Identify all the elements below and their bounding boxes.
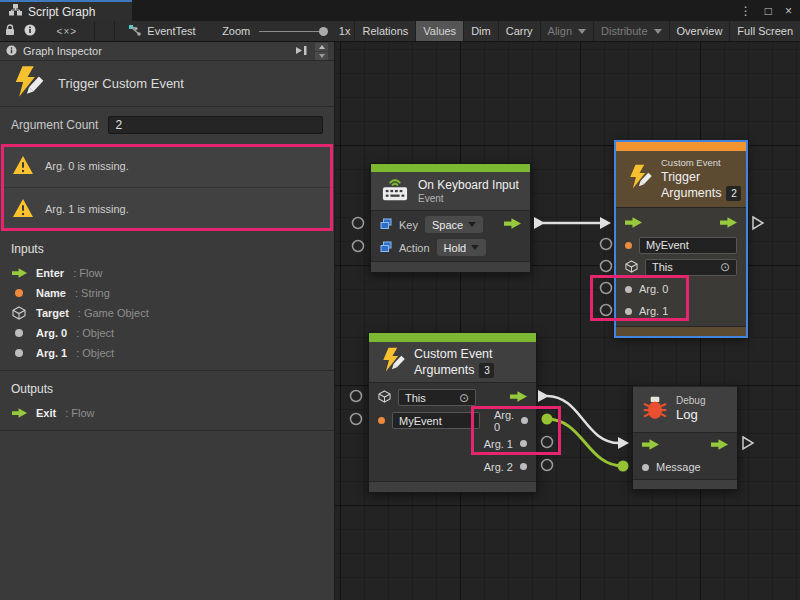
io-row-enter: Enter: Flow: [0, 263, 334, 283]
port[interactable]: [351, 414, 362, 425]
arguments-count-badge: 3: [479, 363, 494, 378]
event-color-bar: [371, 164, 530, 172]
arg-label: Arg. 0: [494, 409, 514, 433]
warnings-list: Arg. 0 is missing. Arg. 1 is missing.: [0, 145, 334, 231]
message-label: Message: [656, 461, 701, 473]
port[interactable]: [601, 261, 612, 272]
maximize-icon[interactable]: □: [765, 5, 772, 17]
wire-start-arrow: [534, 217, 545, 229]
port[interactable]: [353, 218, 364, 229]
toolbar-button-values[interactable]: Values: [415, 21, 463, 41]
cube-icon[interactable]: [378, 390, 391, 405]
node-footer: [616, 326, 746, 336]
flow-arrow-icon: [11, 268, 27, 278]
argument-count-input[interactable]: [108, 116, 323, 134]
chevron-down-icon: [654, 29, 662, 34]
scroll-spinner[interactable]: [315, 43, 328, 60]
dock-icon[interactable]: [295, 45, 309, 58]
target-field[interactable]: This ⊙: [398, 389, 476, 406]
toolbar-button-fullscreen[interactable]: Full Screen: [729, 21, 800, 41]
object-port-icon: [11, 349, 27, 357]
custom-event-trigger-icon: [9, 64, 45, 104]
object-port-icon[interactable]: [521, 417, 528, 424]
zoom-label: Zoom: [220, 21, 252, 41]
object-port-icon: [11, 329, 27, 337]
target-picker-icon[interactable]: ⊙: [459, 392, 469, 404]
port[interactable]: [601, 305, 612, 316]
port[interactable]: [351, 391, 362, 402]
graph-asset-breadcrumb[interactable]: EventTest: [121, 21, 202, 41]
custom-event-icon: [378, 346, 406, 378]
key-dropdown[interactable]: Space: [425, 216, 483, 233]
divider: [0, 430, 334, 431]
data-wire: [547, 419, 623, 466]
flow-output-port[interactable]: [510, 391, 527, 404]
node-debug-log[interactable]: Debug Log Message: [632, 385, 738, 490]
argument-count-row: Argument Count: [0, 107, 334, 142]
event-name-field[interactable]: MyEvent: [392, 412, 480, 429]
flow-input-port[interactable]: [642, 439, 659, 452]
arrow-up-icon: [319, 45, 325, 49]
toolbar-button-distribute[interactable]: Distribute: [593, 21, 668, 41]
port[interactable]: [353, 241, 364, 252]
node-kind: Debug: [676, 395, 705, 407]
object-port-icon[interactable]: [520, 463, 527, 470]
node-footer: [369, 481, 536, 492]
graph-name: EventTest: [147, 25, 195, 37]
port[interactable]: [601, 283, 612, 294]
string-port-icon[interactable]: [378, 417, 385, 424]
toolbar-button-carry[interactable]: Carry: [498, 21, 540, 41]
action-dropdown[interactable]: Hold: [437, 239, 487, 256]
connected-port[interactable]: [542, 414, 553, 425]
flow-input-port[interactable]: [625, 217, 642, 230]
object-port-icon[interactable]: [625, 286, 632, 293]
flow-output-port[interactable]: [711, 439, 728, 452]
flow-output-port[interactable]: [720, 217, 737, 230]
view-options-cluster: Relations Values Dim Carry Align Distrib…: [354, 21, 800, 41]
toolbar-button-overview[interactable]: Overview: [669, 21, 730, 41]
info-icon: [24, 24, 36, 38]
target-picker-icon[interactable]: ⊙: [720, 261, 730, 273]
graph-asset-icon: [128, 24, 141, 38]
flow-out-triangle[interactable]: [743, 437, 753, 449]
target-field[interactable]: This ⊙: [645, 259, 737, 276]
string-port-icon[interactable]: [625, 242, 632, 249]
toolbar-button-align[interactable]: Align: [540, 21, 593, 41]
chevron-down-icon: [471, 245, 479, 250]
inspector-toggle-button[interactable]: [20, 21, 40, 41]
io-row-exit: Exit: Flow: [0, 403, 334, 423]
flow-out-triangle[interactable]: [753, 217, 763, 229]
zoom-slider[interactable]: [259, 31, 328, 32]
object-port-icon[interactable]: [642, 464, 649, 471]
toolbar-button-dim[interactable]: Dim: [463, 21, 498, 41]
node-on-keyboard-input[interactable]: On Keyboard Input Event Key Space: [370, 163, 531, 273]
io-row-target: Target: Game Object: [0, 303, 334, 323]
panel-title: Graph Inspector: [23, 45, 102, 57]
close-icon[interactable]: ×: [785, 5, 792, 17]
warning-row: Arg. 1 is missing.: [0, 188, 334, 231]
toolbar-button-relations[interactable]: Relations: [354, 21, 415, 41]
window-menu-icon[interactable]: ⋮: [740, 5, 752, 17]
code-preview-button[interactable]: <×>: [50, 21, 85, 41]
warning-icon: [12, 155, 34, 177]
cube-icon[interactable]: [625, 260, 638, 275]
event-name-field[interactable]: MyEvent: [639, 237, 737, 254]
wire-end-arrow: [600, 217, 611, 229]
port[interactable]: [601, 239, 612, 250]
port[interactable]: [542, 460, 553, 471]
node-custom-event[interactable]: Custom Event Arguments 3 This ⊙: [368, 332, 537, 493]
io-row-arg0: Arg. 0: Object: [0, 323, 334, 343]
key-label: Key: [399, 219, 418, 231]
node-trigger-custom-event[interactable]: Custom Event Trigger Arguments 2 MyEvent: [615, 141, 747, 337]
flow-output-port[interactable]: [504, 218, 521, 231]
lock-button[interactable]: [0, 21, 20, 41]
port[interactable]: [542, 437, 553, 448]
lock-icon: [5, 24, 15, 38]
arg-label: Arg. 1: [484, 438, 513, 450]
graph-canvas[interactable]: On Keyboard Input Event Key Space: [335, 42, 800, 600]
zoom-slider-handle[interactable]: [319, 27, 328, 36]
object-port-icon[interactable]: [625, 308, 632, 315]
connected-port[interactable]: [618, 461, 629, 472]
tab-script-graph[interactable]: Script Graph: [0, 0, 132, 21]
object-port-icon[interactable]: [520, 440, 527, 447]
